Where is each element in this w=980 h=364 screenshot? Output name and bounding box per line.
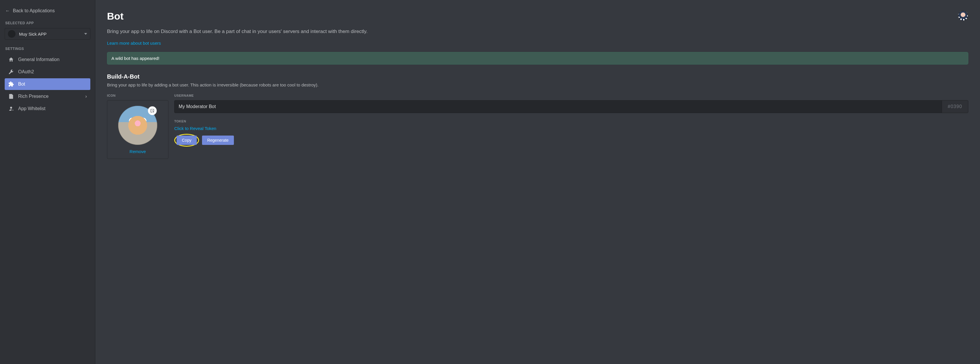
user-avatar[interactable] — [958, 11, 968, 21]
nav-item-oauth2[interactable]: OAuth2 — [5, 66, 90, 78]
remove-icon-link[interactable]: Remove — [129, 149, 146, 154]
nav-label: OAuth2 — [18, 69, 34, 74]
username-input[interactable] — [175, 100, 942, 113]
reveal-token-link[interactable]: Click to Reveal Token — [174, 126, 216, 131]
puzzle-icon — [8, 81, 14, 87]
build-a-bot-title: Build-A-Bot — [107, 73, 968, 80]
main-content: Bot Bring your app to life on Discord wi… — [95, 0, 980, 364]
copy-token-button[interactable]: Copy — [177, 136, 197, 145]
icon-label: Icon — [107, 94, 169, 97]
app-avatar-icon — [8, 30, 16, 38]
settings-nav: General Information OAuth2 Bot Rich Pres… — [5, 54, 90, 114]
nav-label: Rich Presence — [18, 94, 49, 99]
token-label: Token — [174, 119, 968, 123]
wrench-icon — [8, 69, 14, 75]
chevron-down-icon — [84, 33, 87, 35]
highlight-annotation: Copy — [174, 134, 199, 147]
username-input-row: #0390 — [174, 100, 968, 113]
learn-more-link[interactable]: Learn more about bot users — [107, 41, 161, 46]
app-selector-dropdown[interactable]: Muy Sick APP — [5, 28, 90, 40]
page-description: Bring your app to life on Discord with a… — [107, 28, 968, 35]
arrow-left-icon: ← — [5, 8, 10, 13]
nav-item-rich-presence[interactable]: Rich Presence › — [5, 90, 90, 102]
success-alert: A wild bot has appeared! — [107, 52, 968, 65]
alert-text: A wild bot has appeared! — [111, 56, 159, 61]
document-icon — [8, 93, 14, 99]
chevron-right-icon: › — [85, 94, 87, 99]
icon-box: Remove — [107, 100, 169, 159]
selected-app-header: Selected App — [5, 21, 90, 25]
upload-icon-button[interactable] — [148, 106, 157, 115]
username-label: Username — [174, 94, 968, 97]
nav-item-bot[interactable]: Bot — [5, 78, 90, 90]
nav-label: General Information — [18, 57, 59, 62]
app-name: Muy Sick APP — [19, 32, 81, 36]
page-title: Bot — [107, 11, 124, 22]
home-icon — [8, 57, 14, 63]
regenerate-token-button[interactable]: Regenerate — [202, 136, 234, 145]
person-icon — [8, 106, 14, 112]
settings-header: Settings — [5, 47, 90, 51]
nav-item-app-whitelist[interactable]: App Whitelist — [5, 103, 90, 114]
back-label: Back to Applications — [13, 8, 55, 13]
build-a-bot-description: Bring your app to life by adding a bot u… — [107, 82, 968, 87]
username-column: Username #0390 Token Click to Reveal Tok… — [174, 94, 968, 147]
nav-label: App Whitelist — [18, 106, 45, 111]
sidebar: ← Back to Applications Selected App Muy … — [0, 0, 95, 364]
image-add-icon — [150, 108, 155, 113]
back-to-applications-link[interactable]: ← Back to Applications — [5, 7, 90, 14]
icon-column: Icon Remove — [107, 94, 169, 159]
token-block: Token Click to Reveal Token Copy Regener… — [174, 119, 968, 147]
nav-item-general-information[interactable]: General Information — [5, 54, 90, 65]
discriminator-badge: #0390 — [942, 100, 968, 113]
bot-icon-wrapper — [118, 106, 157, 145]
nav-label: Bot — [18, 82, 25, 87]
